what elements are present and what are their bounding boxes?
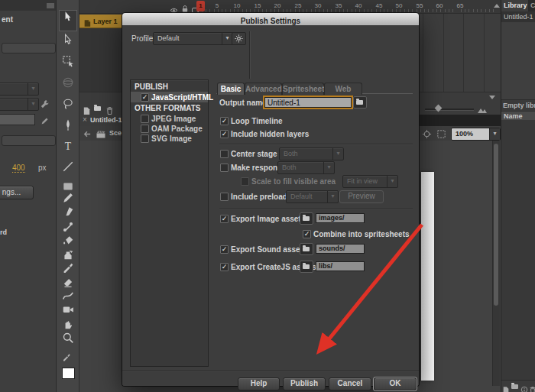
include-hidden-layers-label[interactable]: Include hidden layers	[231, 130, 309, 138]
preloader-dropdown[interactable]: Default ▾	[286, 190, 339, 203]
tab-cc-libraries-partial[interactable]: CC	[530, 2, 535, 9]
subselection-tool-icon[interactable]	[62, 34, 74, 46]
chevron-down-icon[interactable]: ▾	[222, 33, 232, 44]
publish-settings-partial-button[interactable]: ngs...	[0, 186, 34, 199]
format-item-svg[interactable]: SVG Image	[131, 134, 208, 144]
text-tool-icon[interactable]: T	[62, 140, 74, 152]
export-image-folder-button[interactable]	[300, 212, 313, 225]
export-sound-label[interactable]: Export Sound assets:	[231, 245, 310, 254]
include-preloader-label[interactable]: Include preloader	[231, 193, 294, 201]
frame-zoom-slider-track[interactable]	[425, 109, 474, 110]
width-tool-icon[interactable]	[62, 290, 74, 302]
output-name-folder-button[interactable]	[353, 96, 367, 109]
preloader-preview-button[interactable]: Preview	[339, 190, 384, 203]
tab-advanced[interactable]: Advanced	[245, 83, 282, 95]
pencil-edit-icon[interactable]	[41, 115, 50, 125]
stage-edge[interactable]	[421, 172, 434, 381]
stroke-color-eyedropper-icon[interactable]	[62, 353, 74, 365]
export-sound-path-input[interactable]: sounds/	[316, 244, 365, 254]
bone-tool-icon[interactable]	[62, 221, 74, 233]
export-createjs-checkbox[interactable]: ✓	[220, 263, 229, 271]
output-name-input[interactable]	[264, 97, 352, 108]
export-sound-checkbox[interactable]: ✓	[220, 245, 229, 254]
properties-text-field[interactable]	[0, 114, 35, 125]
javascript-html-checkbox[interactable]: ✓	[141, 93, 149, 102]
edit-symbols-crosshair-icon[interactable]	[422, 128, 432, 138]
playhead-marker[interactable]: 1	[196, 1, 205, 11]
back-arrow-icon[interactable]	[82, 128, 92, 138]
pencil-tool-icon[interactable]	[62, 192, 74, 204]
ok-button[interactable]: OK	[374, 377, 417, 390]
timeline-scroll-down-arrow[interactable]	[489, 96, 495, 99]
new-layer-icon[interactable]	[83, 105, 92, 115]
line-tool-icon[interactable]	[62, 160, 74, 173]
stage-vertical-scrollbar[interactable]	[492, 141, 500, 386]
panel-collapse-button[interactable]	[47, 3, 54, 8]
eraser-tool-icon[interactable]	[62, 276, 74, 288]
frame-zoom-slider-thumb[interactable]	[435, 105, 443, 112]
properties-dropdown-2[interactable]: ▾	[0, 98, 39, 111]
jpeg-checkbox[interactable]	[141, 115, 149, 123]
export-createjs-folder-button[interactable]	[300, 261, 313, 273]
export-createjs-path-input[interactable]: libs/	[316, 261, 365, 271]
camera-tool-icon[interactable]	[62, 303, 74, 316]
stage-width-value[interactable]: 400	[12, 164, 25, 173]
stage-zoom-dropdown[interactable]: 100% ▾	[451, 128, 501, 141]
timeline-scroll-up-arrow[interactable]	[494, 4, 500, 8]
profile-dropdown[interactable]: Default ▾	[153, 32, 233, 45]
cancel-button[interactable]: Cancel	[329, 377, 371, 390]
format-item-javascript-html[interactable]: ✓ JavaScript/HTML	[131, 92, 208, 102]
hand-tool-icon[interactable]	[62, 318, 74, 330]
combine-spritesheets-checkbox[interactable]: ✓	[303, 230, 311, 238]
free-transform-tool-icon[interactable]	[62, 55, 74, 67]
timeline-ruler[interactable]: 1 5 10 15 20 25 30 35 40 45 50 55 60 65	[79, 0, 501, 14]
combine-spritesheets-label[interactable]: Combine into spritesheets	[313, 230, 410, 238]
library-document-select[interactable]: Untitled-1	[501, 11, 535, 23]
oam-checkbox[interactable]	[141, 125, 149, 133]
scene-label-partial[interactable]: Sce	[109, 129, 122, 137]
scale-fill-dropdown[interactable]: Fit in view ▾	[342, 175, 398, 188]
3d-rotation-tool-icon[interactable]	[62, 76, 74, 89]
export-sound-folder-button[interactable]	[300, 243, 313, 255]
ink-bottle-tool-icon[interactable]	[62, 248, 74, 261]
svg-checkbox[interactable]	[141, 134, 149, 143]
delete-item-trash-icon[interactable]	[529, 383, 535, 392]
brush-tool-icon[interactable]	[62, 206, 74, 219]
include-hidden-layers-checkbox[interactable]: ✓	[220, 130, 229, 138]
tab-basic[interactable]: Basic	[217, 83, 245, 95]
export-image-path-input[interactable]: images/	[316, 213, 365, 223]
delete-layer-trash-icon[interactable]	[105, 105, 115, 115]
format-item-jpeg[interactable]: JPEG Image	[131, 114, 208, 124]
fill-color-swatch[interactable]	[62, 368, 75, 379]
make-responsive-checkbox[interactable]	[220, 164, 229, 172]
tab-web-fonts[interactable]: Web fonts	[324, 83, 362, 95]
chevron-down-icon[interactable]: ▾	[489, 128, 500, 140]
wrench-icon[interactable]	[40, 99, 50, 109]
lock-icon[interactable]	[181, 2, 191, 12]
publish-button[interactable]: Publish	[283, 377, 326, 390]
lasso-tool-icon[interactable]	[62, 98, 74, 110]
clip-bounds-icon[interactable]	[436, 128, 446, 138]
center-stage-dropdown[interactable]: Both ▾	[279, 147, 344, 160]
eyedropper-tool-icon[interactable]	[62, 262, 74, 274]
loop-timeline-label[interactable]: Loop Timeline	[231, 117, 283, 125]
dialog-title-bar[interactable]: Publish Settings	[122, 13, 419, 25]
tab-library[interactable]: Library	[501, 0, 528, 11]
rectangle-tool-icon[interactable]	[62, 180, 74, 193]
tab-spritesheet[interactable]: Spritesheet	[282, 83, 324, 95]
stage-vertical-scrollbar-thumb[interactable]	[494, 144, 498, 306]
make-responsive-dropdown[interactable]: Both ▾	[277, 161, 335, 174]
selection-tool-icon[interactable]	[62, 11, 74, 23]
center-stage-label[interactable]: Center stage	[231, 150, 277, 158]
close-tab-icon[interactable]: ×	[83, 115, 87, 124]
loop-timeline-checkbox[interactable]: ✓	[220, 117, 229, 125]
eye-icon[interactable]	[170, 3, 180, 13]
library-item-list[interactable]	[501, 120, 535, 380]
properties-dropdown-1[interactable]: ▾	[0, 83, 39, 96]
paint-bucket-tool-icon[interactable]	[62, 235, 74, 247]
format-item-oam[interactable]: OAM Package	[131, 124, 208, 134]
include-preloader-checkbox[interactable]	[220, 193, 229, 201]
export-image-label[interactable]: Export Image assets:	[231, 215, 308, 223]
center-stage-checkbox[interactable]	[220, 150, 229, 158]
zoom-tool-icon[interactable]	[62, 332, 74, 344]
